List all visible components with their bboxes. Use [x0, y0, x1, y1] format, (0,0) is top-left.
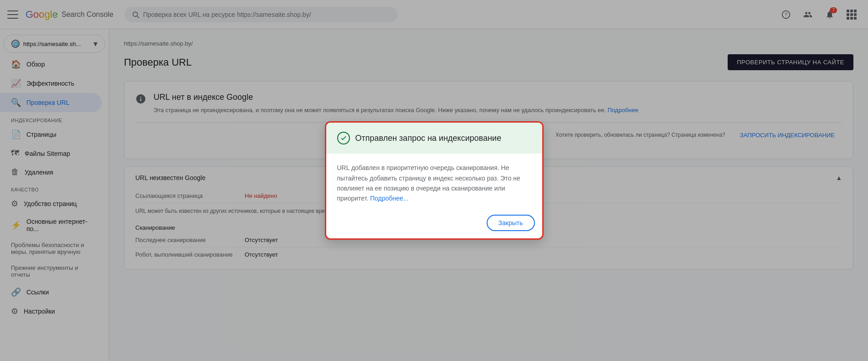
modal-header: Отправлен запрос на индексирование [326, 123, 542, 154]
success-check-icon [337, 132, 350, 144]
modal-footer: Закрыть [326, 211, 542, 238]
modal-overlay[interactable]: Отправлен запрос на индексирование URL д… [0, 0, 868, 361]
modal-body-text: URL добавлен в приоритетную очередь скан… [337, 163, 531, 204]
modal-title: Отправлен запрос на индексирование [355, 134, 502, 143]
modal-link[interactable]: Подробнее... [370, 195, 408, 202]
modal-close-button[interactable]: Закрыть [487, 215, 535, 231]
success-modal: Отправлен запрос на индексирование URL д… [325, 121, 544, 240]
modal-body: URL добавлен в приоритетную очередь скан… [326, 154, 542, 211]
